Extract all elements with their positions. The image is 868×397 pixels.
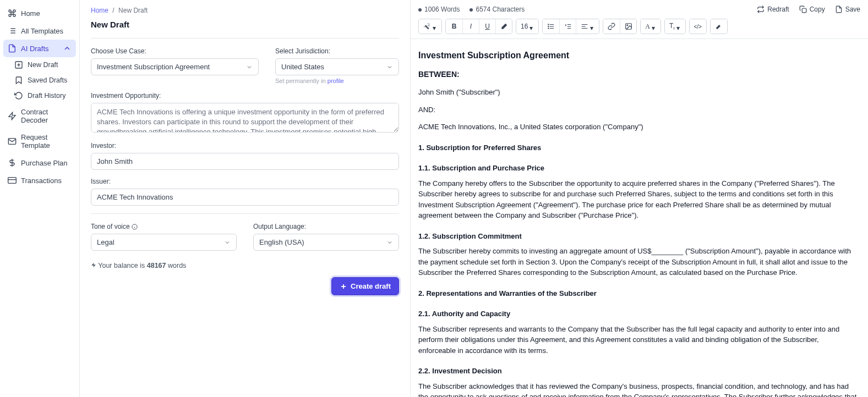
issuer-label: Issuer:	[91, 178, 399, 185]
bold-button[interactable]: B	[446, 19, 462, 34]
doc-s2-2: 2.2. Investment Decision	[418, 366, 857, 377]
chevron-up-icon	[63, 44, 72, 53]
opportunity-textarea[interactable]	[91, 103, 399, 133]
eraser-icon	[500, 23, 508, 30]
word-count: 1006 Words	[418, 5, 460, 13]
nav-transactions[interactable]: Transactions	[3, 172, 76, 189]
doc-p1-1: The Company hereby offers to the Subscri…	[418, 178, 857, 221]
doc-p1-2: The Subscriber hereby commits to investi…	[418, 246, 857, 278]
svg-rect-20	[802, 8, 806, 13]
nav-label: New Draft	[28, 61, 58, 69]
ol-button[interactable]	[559, 19, 576, 34]
align-button[interactable]: ▾	[576, 19, 599, 34]
profile-link[interactable]: profile	[327, 78, 344, 84]
jurisdiction-select[interactable]: United States	[275, 58, 399, 75]
use-case-label: Choose Use Case:	[91, 47, 259, 55]
create-draft-button[interactable]: Create draft	[331, 277, 399, 295]
breadcrumb-current: New Draft	[118, 7, 148, 14]
code-button[interactable]: </>	[690, 19, 706, 34]
dollar-icon	[8, 158, 17, 167]
nav-purchase-plan[interactable]: Purchase Plan	[3, 154, 76, 172]
nav-draft-history[interactable]: Draft History	[10, 88, 76, 103]
wand-icon	[423, 23, 431, 30]
nav-label: Purchase Plan	[21, 159, 68, 167]
document-panel: 1006 Words 6574 Characters Redraft Copy …	[410, 0, 868, 397]
svg-marker-17	[91, 263, 96, 267]
doc-and: AND:	[418, 104, 857, 115]
ol-icon	[564, 23, 572, 30]
svg-point-25	[548, 26, 549, 26]
nav-home[interactable]: Home	[3, 4, 76, 22]
nav-label: All Templates	[21, 27, 63, 35]
lang-label: Output Language:	[253, 223, 399, 230]
doc-between: BETWEEN:	[418, 69, 857, 80]
jurisdiction-note: Set permanently in profile	[275, 78, 399, 84]
issuer-input[interactable]	[91, 189, 399, 206]
document-body[interactable]: Investment Subscription Agreement BETWEE…	[411, 39, 868, 397]
save-icon	[835, 5, 843, 13]
font-size-button[interactable]: 16 ▾	[516, 19, 538, 34]
nav-contract-decoder[interactable]: Contract Decoder	[3, 103, 76, 129]
doc-s2: 2. Representations and Warranties of the…	[418, 288, 857, 299]
nav-label: Draft History	[28, 92, 65, 100]
lang-select[interactable]: English (USA)	[253, 234, 399, 251]
underline-button[interactable]: U	[479, 19, 495, 34]
highlight-button[interactable]	[711, 19, 727, 34]
char-count: 6574 Characters	[470, 5, 525, 13]
ul-button[interactable]	[543, 19, 559, 34]
redraft-button[interactable]: Redraft	[757, 5, 789, 13]
save-button[interactable]: Save	[835, 5, 860, 13]
page-title: New Draft	[91, 20, 399, 29]
doc-s1-2: 1.2. Subscription Commitment	[418, 231, 857, 242]
plus-icon	[340, 283, 347, 290]
doc-p2-2: The Subscriber acknowledges that it has …	[418, 381, 857, 398]
copy-button[interactable]: Copy	[799, 5, 825, 13]
nav-ai-drafts-sub: New Draft Saved Drafts Draft History	[3, 57, 76, 103]
image-button[interactable]	[620, 19, 636, 34]
tone-label: Tone of voice	[91, 223, 237, 230]
bookmark-icon	[14, 76, 23, 85]
svg-point-34	[627, 25, 628, 26]
doc-s2-1: 2.1. Authority and Capacity	[418, 308, 857, 319]
use-case-select[interactable]: Investment Subscription Agreement	[91, 58, 259, 75]
wand-button[interactable]: ▾	[419, 19, 441, 34]
svg-point-26	[548, 28, 549, 29]
svg-marker-9	[9, 112, 15, 119]
divider	[91, 38, 399, 38]
jurisdiction-label: Select Jurisdiction:	[275, 47, 399, 55]
investor-label: Investor:	[91, 142, 399, 150]
italic-button[interactable]: I	[462, 19, 479, 34]
pen-icon	[715, 23, 723, 30]
tone-select[interactable]: Legal	[91, 234, 237, 251]
font-color-button[interactable]: A ▾	[641, 19, 660, 34]
breadcrumb-home[interactable]: Home	[91, 7, 108, 14]
nav-label: Transactions	[21, 177, 62, 185]
text-style-button[interactable]: TI ▾	[665, 19, 685, 34]
doc-s1: 1. Subscription for Preferred Shares	[418, 142, 857, 153]
list-icon	[8, 26, 17, 35]
nav-all-templates[interactable]: All Templates	[3, 22, 76, 40]
info-icon	[132, 224, 138, 230]
nav-saved-drafts[interactable]: Saved Drafts	[10, 73, 76, 88]
card-icon	[8, 176, 17, 185]
nav-request-template[interactable]: Request Template	[3, 129, 76, 154]
bolt-icon	[91, 262, 96, 268]
copy-icon	[799, 5, 807, 13]
nav-label: AI Drafts	[21, 45, 49, 53]
nav-label: Home	[21, 9, 40, 18]
doc-title: Investment Subscription Agreement	[418, 49, 857, 62]
button-label: Create draft	[351, 282, 391, 290]
link-button[interactable]	[603, 19, 620, 34]
nav-new-draft[interactable]: New Draft	[10, 57, 76, 73]
eraser-button[interactable]	[495, 19, 512, 34]
form-panel: Home / New Draft New Draft Choose Use Ca…	[80, 0, 410, 397]
investor-input[interactable]	[91, 153, 399, 170]
mail-icon	[8, 137, 17, 146]
image-icon	[625, 23, 632, 30]
breadcrumb: Home / New Draft	[91, 7, 399, 14]
balance-text: Your balance is 48167 words	[91, 262, 399, 269]
refresh-icon	[757, 5, 765, 13]
nav-ai-drafts[interactable]: AI Drafts	[3, 40, 76, 57]
sidebar: Home All Templates AI Drafts New Draft S…	[0, 0, 80, 397]
divider	[91, 213, 399, 214]
